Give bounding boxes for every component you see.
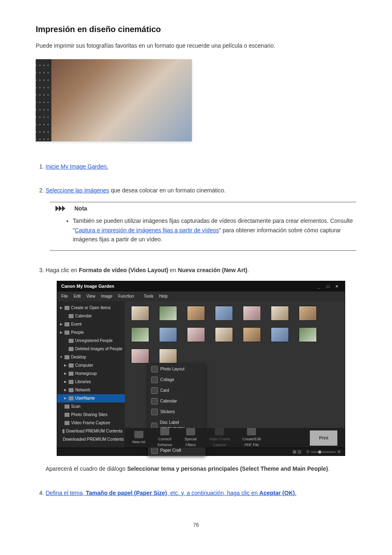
thumbnail[interactable] — [271, 306, 288, 320]
sidebar-item-homegroup[interactable]: ▶Homegroup — [57, 370, 125, 378]
menu-tools[interactable]: Tools — [144, 293, 153, 300]
zoom-slider[interactable]: ⊖ ⊕ — [306, 449, 341, 455]
svg-marker-2 — [62, 206, 65, 211]
step-4-pre: Defina el tema, — [46, 490, 86, 496]
sidebar-item-downloaded-premium-contents[interactable]: Downloaded PREMIUM Contents — [57, 435, 125, 444]
sidebar-item-download-premium-contents[interactable]: Download PREMIUM Contents — [57, 427, 125, 435]
sidebar-item-create-or-open-items[interactable]: ▶Create or Open Items — [57, 304, 125, 312]
menu-function[interactable]: Function — [118, 293, 134, 300]
define-theme-link[interactable]: Defina el tema, Tamaño de papel (Paper S… — [46, 490, 296, 496]
thumbnail[interactable] — [131, 306, 149, 320]
menu-edit[interactable]: Edit — [74, 293, 81, 300]
flyout-collage[interactable]: Collage — [148, 375, 205, 385]
step-2-rest: que desea colocar en un formato cinemáti… — [109, 187, 226, 194]
window-buttons[interactable]: _ □ × — [318, 283, 341, 290]
page-number: 76 — [36, 522, 356, 528]
toolbar-new-art[interactable]: New Art — [132, 431, 145, 445]
sidebar-item-photo-sharing-sites[interactable]: Photo Sharing Sites — [57, 411, 125, 419]
thumbnail[interactable] — [215, 306, 233, 320]
sidebar-item-video-frame-capture[interactable]: Video Frame Capture — [57, 419, 125, 427]
thumbnail[interactable] — [299, 306, 316, 320]
sidebar-item-desktop[interactable]: ▼Desktop — [57, 353, 125, 361]
thumbnail[interactable] — [159, 306, 177, 320]
step-2: Seleccione las imágenes que desea coloca… — [46, 186, 356, 251]
step-4: Defina el tema, Tamaño de papel (Paper S… — [46, 488, 356, 497]
thumbnail[interactable] — [187, 306, 205, 320]
note-heading: Nota — [74, 204, 87, 213]
sidebar-item-unregistered-people[interactable]: Unregistered People — [57, 337, 125, 345]
sidebar-item-network[interactable]: ▶Network — [57, 386, 125, 394]
step-3-suffix: . — [247, 267, 249, 273]
thumbnail[interactable] — [159, 328, 177, 342]
sidebar-item-event[interactable]: ▶Event — [57, 320, 125, 328]
menu-help[interactable]: Help — [159, 293, 168, 300]
app-screenshot: Canon My Image Garden _ □ × File Edit Vi… — [57, 281, 345, 456]
step-3: Haga clic en Formato de vídeo (Video Lay… — [46, 266, 356, 473]
menu-image[interactable]: Image — [101, 293, 113, 300]
thumbnail[interactable] — [159, 349, 177, 363]
app-menubar: File Edit View Image Function Tools Help — [57, 291, 345, 301]
flyout-photo-layout[interactable]: Photo Layout — [148, 364, 205, 375]
app-toolbar: New Art Correct/ Enhance Special Filters — [125, 428, 345, 448]
toolbar-pdf[interactable]: Create/Edit PDF File — [242, 428, 261, 448]
toolbar-video-frame-capture: Video Frame Capture — [209, 428, 230, 448]
sidebar-item-computer[interactable]: ▶Computer — [57, 361, 125, 370]
thumbnail[interactable] — [131, 349, 149, 363]
sidebar-item-scan[interactable]: Scan — [57, 402, 125, 411]
sidebar-item-libraries[interactable]: ▶Libraries — [57, 378, 125, 386]
select-images-link[interactable]: Seleccione las imágenes — [46, 187, 109, 194]
thumbnail[interactable] — [187, 328, 205, 342]
capture-icon — [215, 428, 224, 435]
thumbnail[interactable] — [215, 328, 233, 342]
thumbnail[interactable] — [243, 306, 261, 320]
menu-view[interactable]: View — [86, 293, 95, 300]
step-3-prefix: Haga clic en — [46, 267, 79, 273]
step-4-bold-1: Tamaño de papel (Paper Size) — [86, 490, 167, 496]
sidebar-item-people[interactable]: ▶People — [57, 328, 125, 337]
print-button[interactable]: Print — [310, 430, 337, 446]
step-3-result: Aparecerá el cuadro de diálogo Seleccion… — [46, 464, 356, 473]
flyout-stickers[interactable]: Stickers — [148, 407, 205, 417]
toolbar-new-art-label: New Art — [132, 439, 145, 445]
menu-file[interactable]: File — [61, 293, 68, 300]
sidebar-item-username[interactable]: ▶UserName — [57, 394, 125, 402]
app-title: Canon My Image Garden — [61, 283, 114, 290]
step-1: Inicie My Image Garden. — [46, 162, 356, 171]
start-mig-link[interactable]: Inicie My Image Garden. — [46, 163, 108, 170]
step-4-bold-2: Aceptar (OK) — [259, 490, 295, 496]
step-4-end: . — [295, 490, 296, 496]
step-3-bold-1: Formato de vídeo (Video Layout) — [79, 267, 168, 273]
toolbar-correct-enhance[interactable]: Correct/ Enhance — [158, 428, 173, 448]
note-arrows-icon — [55, 206, 71, 211]
thumbnail[interactable] — [271, 328, 288, 342]
app-titlebar: Canon My Image Garden _ □ × — [57, 281, 345, 292]
step-3-result-prefix: Aparecerá el cuadro de diálogo — [46, 465, 127, 472]
capture-videos-link[interactable]: Captura e impresión de imágenes fijas a … — [75, 227, 219, 234]
step-3-result-bold: Seleccionar tema y personas principales … — [127, 465, 328, 472]
new-art-icon — [134, 431, 143, 438]
flyout-calendar[interactable]: Calendar — [148, 396, 205, 407]
toolbar-filters-label: Special Filters — [184, 436, 197, 448]
view-mode-icons[interactable]: ▦ ▥ — [293, 449, 301, 455]
sidebar-item-calendar[interactable]: Calendar — [57, 312, 125, 320]
thumbnail[interactable] — [299, 328, 316, 342]
sidebar-item-deleted-images-of-people[interactable]: Deleted Images of People — [57, 345, 125, 353]
thumbnail[interactable] — [243, 328, 261, 342]
toolbar-correct-label: Correct/ Enhance — [158, 436, 173, 448]
page-title: Impresión en diseño cinemático — [36, 25, 356, 34]
step-3-mid: en — [168, 267, 178, 273]
step-3-bold-2: Nueva creación (New Art) — [178, 267, 247, 273]
step-4-mid: , etc. y, a continuación, haga clic en — [167, 490, 259, 496]
note-box: Nota También se pueden utilizar imágenes… — [50, 202, 356, 251]
pdf-icon — [247, 428, 256, 435]
thumbnail[interactable] — [131, 328, 149, 342]
app-main: Photo LayoutCollageCardCalendarStickersD… — [125, 301, 345, 448]
toolbar-pdf-label: Create/Edit PDF File — [242, 436, 261, 448]
intro-paragraph: Puede imprimir sus fotografías favoritas… — [36, 42, 356, 50]
flyout-card[interactable]: Card — [148, 385, 205, 396]
special-filters-icon — [186, 428, 195, 435]
svg-marker-0 — [55, 206, 59, 211]
toolbar-capture-label: Video Frame Capture — [209, 436, 230, 448]
hero-image — [36, 59, 192, 141]
toolbar-special-filters[interactable]: Special Filters — [184, 428, 197, 448]
